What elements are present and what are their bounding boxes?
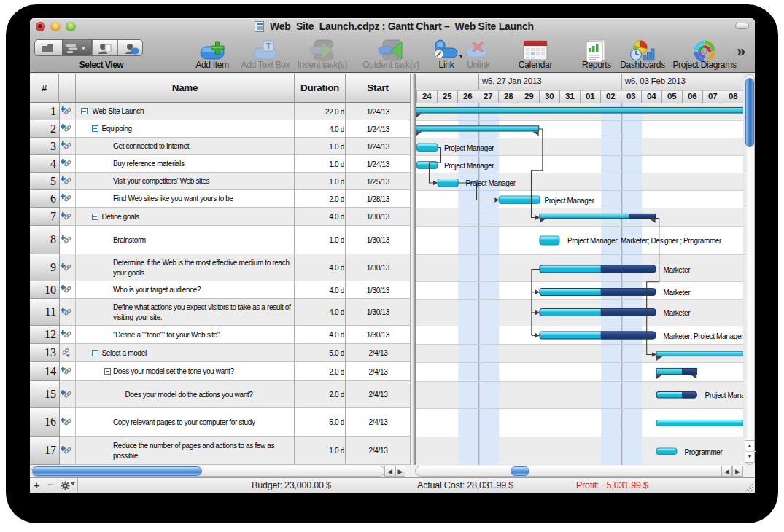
svg-text:Marketer: Marketer (663, 266, 691, 274)
svg-text:Project Manager: Project Manager (544, 197, 594, 205)
svg-text:Project Manager: Project Manager (444, 144, 494, 152)
svg-text:Project Manager; Marketer; Des: Project Manager; Marketer; Designer ; Pr… (567, 237, 722, 245)
svg-text:Marketer: Marketer (663, 309, 691, 317)
svg-text:Project Manager: Project Manager (465, 179, 516, 187)
svg-text:Project Manager: Project Manager (444, 162, 494, 170)
svg-text:Project Manager: Project Manager (705, 391, 743, 399)
svg-text:Programmer: Programmer (684, 448, 723, 456)
svg-text:Marketer; Project Manager;: Marketer; Project Manager; (663, 332, 743, 340)
svg-text:Marketer: Marketer (663, 289, 691, 297)
